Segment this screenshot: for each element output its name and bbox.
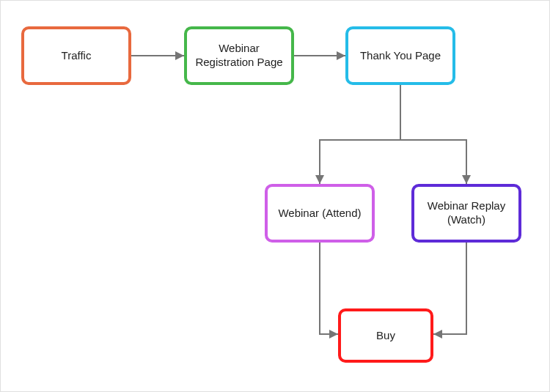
flow-diagram: Traffic Webinar Registration Page Thank … [0,0,550,392]
connectors [1,1,550,392]
arrow-replay-to-buy [433,243,466,334]
svg-marker-2 [315,175,324,184]
svg-marker-4 [329,330,338,339]
arrow-attend-to-buy [320,243,338,334]
svg-marker-5 [433,330,442,339]
arrow-thanks-split-replay [400,85,466,184]
svg-marker-0 [175,51,184,60]
svg-marker-3 [462,175,471,184]
svg-marker-1 [337,51,345,60]
arrow-thanks-split-attend [320,85,400,184]
